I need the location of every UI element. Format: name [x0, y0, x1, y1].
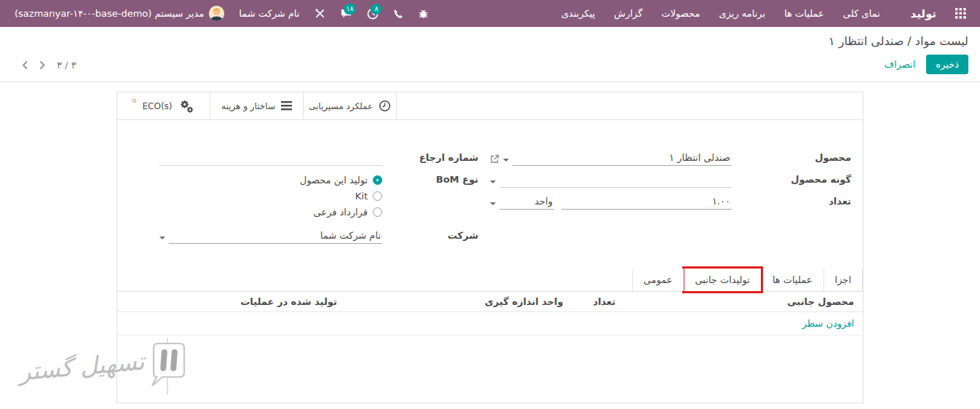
activities-menu-button[interactable]: ۸ [360, 2, 385, 25]
chevron-down-icon[interactable] [490, 180, 496, 183]
column-header-produced-in-operation[interactable]: تولید شده در عملیات [117, 292, 460, 311]
menu-item-planning[interactable]: برنامه ریزی [710, 1, 774, 26]
notebook: اجزا عملیات ها تولیدات جانبی عمومی محصول… [117, 269, 863, 335]
control-panel: لیست مواد / صندلی انتظار ۱ ذخیره انصراف … [0, 27, 980, 82]
radio-unselected-icon[interactable] [373, 207, 382, 217]
tab-operations[interactable]: عملیات ها [761, 269, 823, 291]
radio-label: Kit [355, 191, 368, 202]
app-menu: نمای کلی عملیات ها برنامه ریزی محصولات گ… [553, 1, 889, 26]
apps-grid-icon [955, 8, 966, 19]
notebook-tabs: اجزا عملیات ها تولیدات جانبی عمومی [117, 269, 863, 292]
external-link-icon[interactable] [490, 154, 499, 164]
reference-field-label: شماره ارجاع [382, 151, 490, 167]
discard-button[interactable]: انصراف [877, 55, 924, 74]
phone-icon [393, 9, 403, 19]
form-group-right: محصول صندلی انتظار ۱ گونه مح [490, 151, 863, 245]
bom-form-sheet: عملکرد مسیریابی ساختار و هزینه ECO(s) [116, 92, 864, 403]
structure-cost-stat-button[interactable]: ساختار و هزینه [210, 92, 304, 119]
systray: ۸ ۱۸ نام شرکت شما [9, 1, 435, 25]
tools-menu-button[interactable] [308, 2, 332, 25]
radio-label: تولید این محصول [300, 175, 368, 186]
record-pager: ۳ / ۳ [9, 60, 76, 74]
breadcrumb-separator: / [904, 34, 915, 48]
breadcrumb-parent-link[interactable]: لیست مواد [915, 34, 968, 48]
current-app-name[interactable]: تولید [892, 7, 947, 20]
pager-previous-chevron[interactable] [22, 60, 28, 70]
radio-selected-icon[interactable] [373, 175, 382, 185]
routing-performance-label: عملکرد مسیریابی [309, 101, 373, 111]
gears-icon [178, 99, 194, 113]
column-header-byproduct[interactable]: محصول جانبی [624, 292, 863, 311]
bom-type-field-label: نوع BoM [382, 172, 490, 219]
tab-components[interactable]: اجزا [823, 269, 863, 291]
user-name-label: مدیر سیستم (sazmanyar-۱۴-۰-base-demo) [15, 8, 204, 19]
chevron-down-icon[interactable] [503, 159, 509, 162]
save-button[interactable]: ذخیره [926, 55, 968, 74]
tab-byproducts[interactable]: تولیدات جانبی [684, 269, 761, 292]
stat-button-box: عملکرد مسیریابی ساختار و هزینه ECO(s) [117, 92, 863, 120]
byproducts-table-header: محصول جانبی تعداد واحد اندازه گیری تولید… [117, 292, 863, 312]
debug-bug-icon-button[interactable] [411, 2, 435, 25]
breadcrumb: لیست مواد / صندلی انتظار ۱ [829, 34, 968, 48]
routing-performance-stat-button[interactable]: عملکرد مسیریابی [304, 92, 397, 119]
activities-count-badge: ۸ [371, 4, 382, 15]
form-fields: محصول صندلی انتظار ۱ گونه مح [117, 120, 863, 245]
menu-item-overview[interactable]: نمای کلی [834, 1, 889, 26]
menu-item-reporting[interactable]: گزارش [605, 1, 651, 26]
radio-label: قرارداد فرعی [313, 207, 368, 218]
company-field-input[interactable]: نام شرکت شما [169, 230, 382, 244]
eco-stat-button[interactable]: ECO(s) [117, 92, 210, 119]
quantity-field-label: تعداد [732, 194, 863, 211]
column-header-quantity[interactable]: تعداد [572, 292, 625, 311]
radio-unselected-icon[interactable] [373, 191, 382, 201]
bom-type-radio-group: تولید این محصول Kit قرارداد فرعی [159, 174, 382, 218]
radio-manufacture-this-product[interactable]: تولید این محصول [159, 175, 382, 186]
apps-menu-button[interactable] [949, 0, 971, 27]
user-avatar [209, 6, 224, 21]
company-switcher[interactable]: نام شرکت شما [232, 2, 307, 25]
variant-field-input[interactable] [499, 174, 732, 188]
structure-cost-label: ساختار و هزینه [221, 101, 275, 111]
eco-label: ECO(s) [142, 101, 172, 111]
chevron-down-icon[interactable] [159, 237, 165, 239]
bug-icon [418, 8, 429, 19]
voip-phone-button[interactable] [387, 3, 410, 25]
product-field-label: محصول [732, 151, 863, 167]
radio-subcontracting[interactable]: قرارداد فرعی [159, 207, 382, 218]
tab-byproducts-label: تولیدات جانبی [695, 274, 750, 285]
top-navbar: تولید نمای کلی عملیات ها برنامه ریزی محص… [0, 0, 980, 27]
breadcrumb-current: صندلی انتظار ۱ [829, 34, 904, 48]
quantity-field-input[interactable]: ۱.۰۰ [561, 196, 732, 210]
menu-item-configuration[interactable]: پیکربندی [553, 1, 604, 26]
messages-menu-button[interactable]: ۱۸ [333, 2, 359, 25]
chevron-down-icon[interactable] [490, 202, 496, 205]
eco-count-badge [133, 99, 136, 103]
user-menu[interactable]: مدیر سیستم (sazmanyar-۱۴-۰-base-demo) [9, 1, 230, 25]
menu-item-products[interactable]: محصولات [652, 1, 708, 26]
column-header-uom[interactable]: واحد اندازه گیری [460, 292, 572, 311]
form-group-left: شماره ارجاع نوع BoM تولید این محصول Kit [117, 151, 490, 245]
clock-icon [379, 100, 391, 112]
wrench-icon [315, 8, 325, 19]
byproducts-table: محصول جانبی تعداد واحد اندازه گیری تولید… [117, 292, 863, 335]
tab-miscellaneous[interactable]: عمومی [632, 269, 684, 291]
uom-field-input[interactable]: واحد [499, 196, 554, 210]
radio-kit[interactable]: Kit [159, 191, 382, 202]
list-icon [281, 101, 292, 111]
pager-value: ۳ / ۳ [57, 60, 76, 71]
menu-item-operations[interactable]: عملیات ها [775, 1, 833, 26]
messages-count-badge: ۱۸ [344, 4, 355, 15]
product-field-input[interactable]: صندلی انتظار ۱ [513, 152, 732, 166]
add-line-link[interactable]: افزودن سطر [794, 312, 863, 335]
company-field-label: شرکت [382, 229, 490, 245]
variant-field-label: گونه محصول [732, 172, 863, 189]
reference-field-input[interactable] [159, 152, 382, 166]
pager-next-chevron[interactable] [39, 60, 45, 70]
